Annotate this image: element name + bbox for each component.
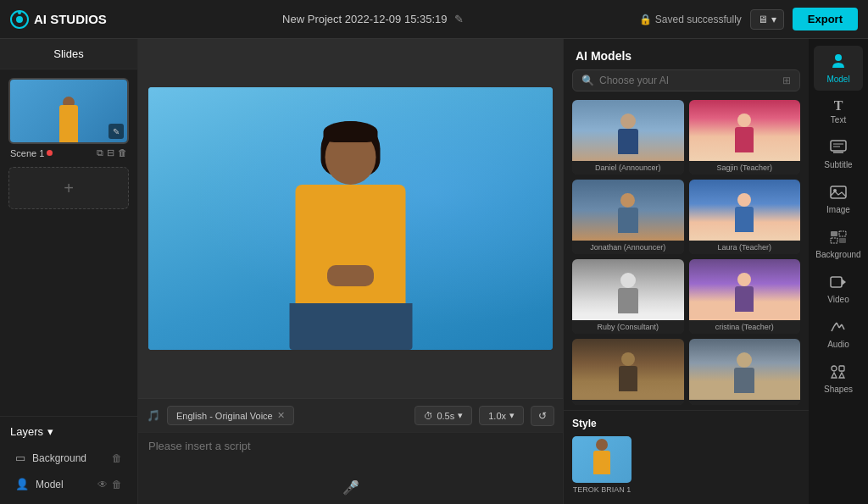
slide-item[interactable]: ✎ Scene 1 ⧉ ⊟ 🗑 xyxy=(8,78,129,160)
text-icon: T xyxy=(834,99,843,113)
refresh-button[interactable]: ↺ xyxy=(531,406,554,426)
layer-background[interactable]: ▭ Background 🗑 xyxy=(8,446,129,469)
model-card-sagjin[interactable]: Sagjin (Teacher) xyxy=(689,100,801,174)
voice-label: English - Original Voice xyxy=(176,411,273,421)
models-grid: Daniel (Announcer) Sagjin (Teacher) xyxy=(564,100,809,405)
split-icon[interactable]: ⊟ xyxy=(107,147,114,158)
layer-visibility-icon[interactable]: 👁 xyxy=(97,479,108,490)
model-avatar-ruby xyxy=(572,259,684,320)
model-label-daniel: Daniel (Announcer) xyxy=(572,161,684,174)
filter-icon[interactable]: ⊞ xyxy=(782,75,791,86)
monitor-icon: 🖥 xyxy=(758,14,768,25)
top-right-actions: 🔒 Saved successfully 🖥 ▾ Export xyxy=(639,8,858,30)
style-card-terok[interactable]: TEROK BRIAN 1 xyxy=(572,436,632,494)
app-name: AI STUDIOS xyxy=(34,12,107,26)
add-scene-button[interactable]: + xyxy=(8,167,129,209)
style-card-label: TEROK BRIAN 1 xyxy=(572,485,632,494)
script-area: 🎤 xyxy=(138,432,563,504)
voice-selector-button[interactable]: English - Original Voice ✕ xyxy=(167,406,294,425)
left-sidebar: Slides ✎ Scene 1 ⧉ ⊟ xyxy=(0,39,138,504)
icon-bar-subtitle[interactable]: Subtitle xyxy=(814,133,863,176)
model-card-male[interactable] xyxy=(689,339,801,405)
layer-background-label: Background xyxy=(32,452,105,464)
style-grid: TEROK BRIAN 1 xyxy=(572,436,800,494)
layer-delete-icon[interactable]: 🗑 xyxy=(112,452,122,464)
slide-thumbnail[interactable]: ✎ xyxy=(8,78,129,144)
layer-model-label: Model xyxy=(36,479,91,490)
svg-rect-4 xyxy=(831,141,846,151)
svg-marker-23 xyxy=(832,373,837,378)
scene-action-icons: ⧉ ⊟ 🗑 xyxy=(97,147,127,158)
svg-point-21 xyxy=(832,366,837,371)
shapes-icon-label: Shapes xyxy=(824,385,853,394)
model-card-ruby[interactable]: Ruby (Consultant) xyxy=(572,259,684,334)
main-canvas[interactable] xyxy=(148,87,553,350)
top-bar: AI STUDIOS New Project 2022-12-09 15:35:… xyxy=(0,0,868,39)
layer-model-delete-icon[interactable]: 🗑 xyxy=(112,479,122,490)
search-bar: 🔍 ⊞ xyxy=(572,69,800,91)
icon-bar-model[interactable]: Model xyxy=(814,46,863,91)
model-avatar-daniel xyxy=(572,100,684,161)
model-label-cristina: cristina (Teacher) xyxy=(689,320,801,334)
layer-background-actions: 🗑 xyxy=(112,452,122,464)
model-card-laura[interactable]: Laura (Teacher) xyxy=(689,180,801,254)
model-avatar-laura xyxy=(689,180,801,241)
image-icon xyxy=(830,185,847,202)
audio-icon xyxy=(830,319,847,337)
svg-line-20 xyxy=(842,324,844,330)
slide-preview: ✎ xyxy=(10,80,127,142)
main-content: Slides ✎ Scene 1 ⧉ ⊟ xyxy=(0,39,868,504)
icon-bar: Model T Text Subtitle xyxy=(809,39,868,504)
music-icon: 🎵 xyxy=(147,409,160,422)
speed-chevron-icon: ▾ xyxy=(509,410,515,421)
canvas-controls: 🎵 English - Original Voice ✕ ⏱ 0.5s ▾ 1.… xyxy=(138,398,563,432)
model-layer-icon: 👤 xyxy=(15,478,29,490)
model-card-dark[interactable] xyxy=(572,339,684,405)
ai-models-header: AI Models xyxy=(564,39,809,69)
model-label-laura: Laura (Teacher) xyxy=(689,241,801,254)
icon-bar-image[interactable]: Image xyxy=(814,178,863,221)
speed-value: 1.0x xyxy=(488,411,506,421)
model-card-jonathan[interactable]: Jonathan (Announcer) xyxy=(572,180,684,254)
model-card-cristina[interactable]: cristina (Teacher) xyxy=(689,259,801,334)
icon-bar-shapes[interactable]: Shapes xyxy=(814,357,863,401)
subtitle-icon xyxy=(830,140,847,158)
preview-button[interactable]: 🖥 ▾ xyxy=(750,9,784,30)
layers-header[interactable]: Layers ▾ xyxy=(0,417,137,446)
svg-line-18 xyxy=(837,323,839,328)
svg-point-3 xyxy=(835,54,842,61)
speed-button[interactable]: 1.0x ▾ xyxy=(479,406,524,425)
layer-model[interactable]: 👤 Model 👁 🗑 xyxy=(8,473,129,496)
copy-icon[interactable]: ⧉ xyxy=(97,147,103,158)
model-card-daniel[interactable]: Daniel (Announcer) xyxy=(572,100,684,174)
model-avatar-male xyxy=(689,339,801,400)
slide-edit-icon[interactable]: ✎ xyxy=(108,124,124,139)
slides-header: Slides xyxy=(0,39,137,69)
image-icon-label: Image xyxy=(826,205,850,214)
svg-rect-8 xyxy=(831,186,846,198)
voice-close-icon[interactable]: ✕ xyxy=(277,410,285,421)
export-button[interactable]: Export xyxy=(793,8,858,30)
model-avatar-jonathan xyxy=(572,180,684,241)
right-panel: AI Models 🔍 ⊞ Daniel (Announcer) xyxy=(563,39,809,504)
layers-list: ▭ Background 🗑 👤 Model 👁 🗑 xyxy=(0,446,137,504)
canvas-wrapper xyxy=(138,39,563,398)
canvas-area: 🎵 English - Original Voice ✕ ⏱ 0.5s ▾ 1.… xyxy=(138,39,563,504)
ai-model-figure xyxy=(289,121,412,350)
svg-point-1 xyxy=(16,16,23,23)
search-input[interactable] xyxy=(599,75,777,86)
icon-bar-text[interactable]: T Text xyxy=(814,92,863,131)
icon-bar-video[interactable]: Video xyxy=(814,268,863,311)
edit-icon[interactable]: ✎ xyxy=(454,13,464,25)
timer-button[interactable]: ⏱ 0.5s ▾ xyxy=(415,406,472,425)
icon-bar-background[interactable]: Background xyxy=(814,223,863,266)
icon-bar-audio[interactable]: Audio xyxy=(814,313,863,356)
svg-rect-13 xyxy=(839,238,846,243)
style-card-image xyxy=(572,436,632,483)
layer-model-actions: 👁 🗑 xyxy=(97,479,122,490)
background-icon-label: Background xyxy=(815,250,860,259)
text-icon-label: Text xyxy=(831,115,846,125)
delete-icon[interactable]: 🗑 xyxy=(118,147,127,158)
svg-line-16 xyxy=(832,326,834,331)
slide-label-row: Scene 1 ⧉ ⊟ 🗑 xyxy=(8,144,129,160)
